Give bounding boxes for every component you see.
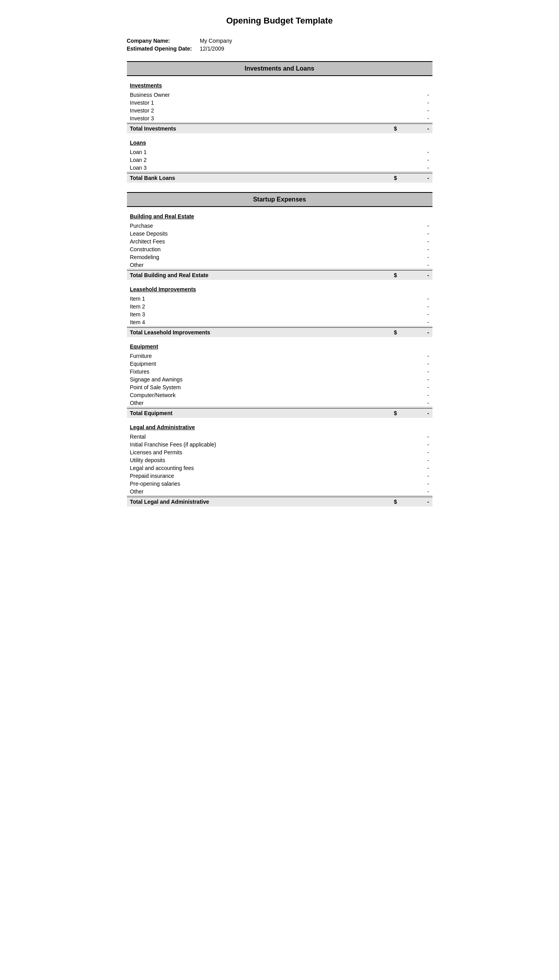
total-building-label: Total Building and Real Estate xyxy=(130,272,394,278)
item-label: Utility deposits xyxy=(130,457,398,463)
item-value: - xyxy=(398,353,429,359)
item-value: - xyxy=(398,165,429,171)
total-leasehold-value: - xyxy=(406,329,429,336)
item-value: - xyxy=(398,100,429,106)
item-value: - xyxy=(398,481,429,487)
item-label: Remodeling xyxy=(130,254,398,260)
total-building-value: - xyxy=(406,272,429,278)
total-leasehold-row: Total Leasehold Improvements $ - xyxy=(127,327,432,337)
list-item: Pre-opening salaries - xyxy=(127,480,432,488)
list-item: Fixtures - xyxy=(127,368,432,376)
item-value: - xyxy=(398,311,429,318)
list-item: Item 4 - xyxy=(127,318,432,327)
total-legal-label: Total Legal and Administrative xyxy=(130,499,394,505)
investments-loans-header: Investments and Loans xyxy=(127,61,432,76)
total-building-row: Total Building and Real Estate $ - xyxy=(127,270,432,280)
item-value: - xyxy=(398,230,429,237)
item-label: Business Owner xyxy=(130,92,398,98)
loans-subsection: Loans Loan 1 - Loan 2 - Loan 3 - Total B… xyxy=(127,140,432,183)
item-value: - xyxy=(398,296,429,302)
item-value: - xyxy=(398,223,429,229)
list-item: Loan 2 - xyxy=(127,156,432,164)
item-value: - xyxy=(398,384,429,390)
page-title: Opening Budget Template xyxy=(127,16,432,26)
list-item: Investor 2 - xyxy=(127,107,432,114)
total-equipment-row: Total Equipment $ - xyxy=(127,408,432,418)
item-label: Investor 3 xyxy=(130,115,398,122)
list-item: Other - xyxy=(127,488,432,496)
item-value: - xyxy=(398,319,429,325)
list-item: Item 1 - xyxy=(127,295,432,303)
total-equipment-currency: $ xyxy=(394,410,406,416)
startup-expenses-header: Startup Expenses xyxy=(127,192,432,207)
item-label: Computer/Network xyxy=(130,392,398,398)
list-item: Construction - xyxy=(127,245,432,253)
item-label: Furniture xyxy=(130,353,398,359)
list-item: Other - xyxy=(127,399,432,407)
list-item: Remodeling - xyxy=(127,253,432,261)
item-value: - xyxy=(398,376,429,383)
item-label: Licenses and Permits xyxy=(130,449,398,456)
item-value: - xyxy=(398,465,429,471)
item-value: - xyxy=(398,488,429,495)
investments-title: Investments xyxy=(127,82,432,89)
item-label: Investor 1 xyxy=(130,100,398,106)
list-item: Initial Franchise Fees (if applicable) - xyxy=(127,441,432,448)
item-value: - xyxy=(398,392,429,398)
list-item: Investor 3 - xyxy=(127,114,432,123)
investments-loans-section: Investments and Loans Investments Busine… xyxy=(127,61,432,183)
list-item: Legal and accounting fees - xyxy=(127,464,432,472)
item-label: Purchase xyxy=(130,223,398,229)
item-value: - xyxy=(398,449,429,456)
list-item: Loan 3 - xyxy=(127,164,432,172)
item-value: - xyxy=(398,457,429,463)
item-label: Item 1 xyxy=(130,296,398,302)
item-value: - xyxy=(398,368,429,375)
item-value: - xyxy=(398,92,429,98)
list-item: Business Owner - xyxy=(127,91,432,99)
building-title: Building and Real Estate xyxy=(127,213,432,220)
total-legal-value: - xyxy=(406,499,429,505)
item-value: - xyxy=(398,107,429,114)
item-value: - xyxy=(398,361,429,367)
total-legal-currency: $ xyxy=(394,499,406,505)
item-value: - xyxy=(398,434,429,440)
building-subsection: Building and Real Estate Purchase - Leas… xyxy=(127,213,432,280)
leasehold-title: Leasehold Improvements xyxy=(127,286,432,292)
item-label: Loan 1 xyxy=(130,149,398,155)
list-item: Licenses and Permits - xyxy=(127,448,432,456)
item-label: Other xyxy=(130,400,398,406)
legal-subsection: Legal and Administrative Rental - Initia… xyxy=(127,424,432,506)
leasehold-subsection: Leasehold Improvements Item 1 - Item 2 -… xyxy=(127,286,432,337)
item-value: - xyxy=(398,115,429,122)
total-leasehold-label: Total Leasehold Improvements xyxy=(130,329,394,336)
item-label: Pre-opening salaries xyxy=(130,481,398,487)
list-item: Architect Fees - xyxy=(127,238,432,245)
total-investments-label: Total Investments xyxy=(130,125,394,132)
item-label: Architect Fees xyxy=(130,238,398,245)
list-item: Item 2 - xyxy=(127,303,432,310)
item-value: - xyxy=(398,254,429,260)
item-label: Item 2 xyxy=(130,303,398,310)
item-label: Other xyxy=(130,488,398,495)
total-loans-currency: $ xyxy=(394,175,406,181)
total-investments-currency: $ xyxy=(394,125,406,132)
item-value: - xyxy=(398,400,429,406)
startup-expenses-section: Startup Expenses Building and Real Estat… xyxy=(127,192,432,506)
item-label: Initial Franchise Fees (if applicable) xyxy=(130,441,398,448)
list-item: Signage and Awnings - xyxy=(127,376,432,383)
equipment-title: Equipment xyxy=(127,343,432,350)
list-item: Equipment - xyxy=(127,360,432,368)
item-label: Loan 3 xyxy=(130,165,398,171)
item-label: Rental xyxy=(130,434,398,440)
equipment-subsection: Equipment Furniture - Equipment - Fixtur… xyxy=(127,343,432,418)
item-label: Prepaid insurance xyxy=(130,473,398,479)
item-value: - xyxy=(398,262,429,268)
item-label: Lease Deposits xyxy=(130,230,398,237)
investments-subsection: Investments Business Owner - Investor 1 … xyxy=(127,82,432,133)
total-loans-value: - xyxy=(406,175,429,181)
list-item: Rental - xyxy=(127,433,432,441)
item-value: - xyxy=(398,441,429,448)
company-info: Company Name: Estimated Opening Date: My… xyxy=(127,38,432,53)
item-value: - xyxy=(398,303,429,310)
